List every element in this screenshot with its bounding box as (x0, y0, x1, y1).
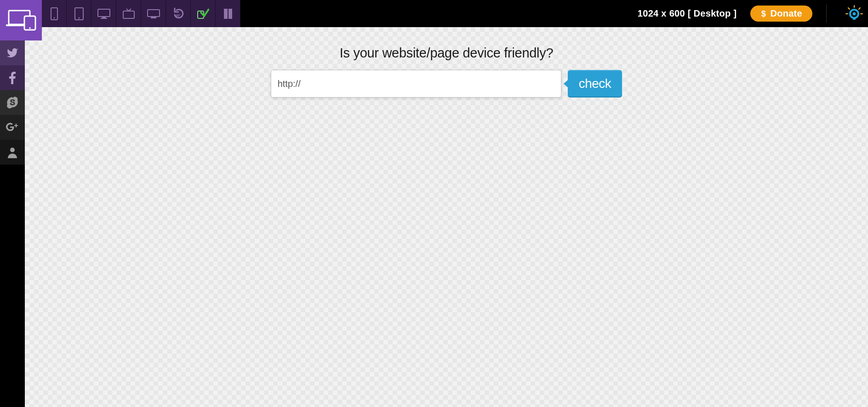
dollar-icon: $ (760, 9, 767, 18)
twitter-icon (6, 47, 18, 59)
hero: Is your website/page device friendly? ch… (217, 46, 676, 97)
social-sidebar (0, 40, 25, 165)
svg-line-21 (859, 8, 860, 9)
phone-icon (50, 7, 58, 20)
svg-point-3 (29, 27, 31, 29)
google-plus-icon (6, 122, 19, 132)
viewport-dimensions: 1024 x 600 [ Desktop ] (624, 0, 751, 27)
svg-text:$: $ (761, 9, 766, 18)
share-skype[interactable] (0, 90, 25, 115)
svg-point-7 (78, 17, 80, 18)
nav-rotate[interactable]: 90° (166, 0, 191, 27)
donate-label: Donate (770, 8, 802, 19)
skype-icon (6, 96, 19, 109)
nav-phone[interactable] (42, 0, 67, 27)
svg-rect-26 (853, 18, 856, 20)
user-icon (7, 146, 18, 158)
check-button[interactable]: check (568, 70, 622, 97)
nav-desktop[interactable] (91, 0, 116, 27)
divider (826, 5, 827, 23)
svg-rect-12 (148, 10, 160, 17)
share-twitter[interactable] (0, 40, 25, 65)
hero-heading: Is your website/page device friendly? (217, 46, 676, 61)
svg-rect-13 (151, 17, 156, 18)
url-row: check (217, 70, 676, 97)
share-facebook[interactable] (0, 65, 25, 90)
preview-stage: Is your website/page device friendly? ch… (25, 27, 868, 407)
rotate-90-icon: 90° (172, 7, 185, 20)
svg-rect-8 (98, 9, 110, 17)
lightbulb-icon (845, 5, 863, 23)
widescreen-icon (147, 9, 160, 19)
svg-rect-9 (102, 17, 106, 18)
svg-text:90°: 90° (176, 14, 181, 17)
url-input[interactable] (271, 70, 561, 97)
svg-line-20 (848, 8, 850, 9)
logo-button[interactable] (0, 0, 42, 40)
svg-point-29 (10, 148, 15, 152)
svg-rect-10 (101, 18, 107, 19)
nav-widescreen[interactable] (141, 0, 166, 27)
tv-icon (122, 8, 136, 20)
facebook-icon (9, 71, 16, 84)
device-nav: 90° (42, 0, 240, 27)
tablet-icon (74, 7, 84, 20)
svg-rect-28 (14, 125, 18, 126)
svg-point-25 (853, 12, 856, 15)
check-icon (197, 9, 209, 19)
topbar: 90° 1024 x 600 [ Desktop ] $ Donate (0, 0, 868, 27)
share-google-plus[interactable] (0, 115, 25, 140)
nav-check[interactable] (191, 0, 216, 27)
nav-tablet[interactable] (67, 0, 91, 27)
user-button[interactable] (0, 140, 25, 165)
svg-rect-16 (224, 9, 228, 19)
desktop-icon (97, 8, 111, 19)
multi-device-icon (6, 10, 36, 31)
nav-tv[interactable] (116, 0, 141, 27)
svg-rect-11 (123, 11, 134, 18)
svg-point-5 (53, 17, 55, 18)
svg-rect-17 (228, 9, 232, 19)
tips-button[interactable] (840, 0, 868, 27)
nav-book[interactable] (216, 0, 240, 27)
book-icon (223, 8, 233, 20)
donate-button[interactable]: $ Donate (750, 6, 812, 22)
